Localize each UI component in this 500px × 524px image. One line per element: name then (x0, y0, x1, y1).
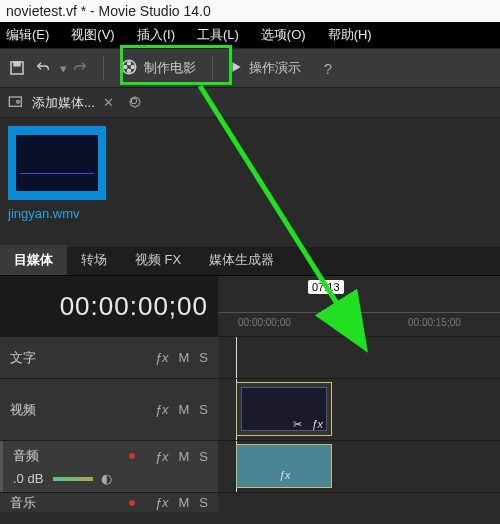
ruler-tick-label: 00:00:15;00 (408, 317, 461, 328)
menu-help[interactable]: 帮助(H) (328, 26, 372, 44)
demo-label: 操作演示 (249, 59, 301, 77)
track-fx-button[interactable]: ƒx (155, 449, 169, 464)
track-mute-button[interactable]: M (178, 495, 189, 510)
toolbar-separator (103, 56, 104, 80)
svg-point-6 (124, 65, 127, 68)
svg-point-4 (131, 65, 134, 68)
svg-point-3 (128, 61, 131, 64)
redo-icon[interactable] (69, 57, 91, 79)
menu-edit[interactable]: 编辑(E) (6, 26, 49, 44)
make-movie-label: 制作电影 (144, 59, 196, 77)
crop-icon[interactable]: ✂ (293, 418, 302, 430)
timeline-marker[interactable]: 07:13 (308, 280, 344, 294)
make-movie-button[interactable]: 制作电影 (112, 54, 204, 83)
save-icon[interactable] (6, 57, 28, 79)
svg-marker-7 (233, 62, 241, 71)
tab-transitions[interactable]: 转场 (67, 245, 121, 275)
clip-fx-icon[interactable]: ƒx (311, 418, 323, 430)
ruler-area[interactable]: 07:13 00:00:00;00 00:00:15;00 (218, 276, 500, 336)
help-icon[interactable]: ? (317, 57, 339, 79)
video-clip[interactable]: ✂ ƒx (236, 382, 332, 436)
timeline-ruler[interactable]: 00:00:00;00 00:00:15;00 (218, 312, 500, 328)
menu-view[interactable]: 视图(V) (71, 26, 114, 44)
svg-point-5 (128, 69, 131, 72)
gear-icon[interactable] (126, 93, 142, 112)
track-text: 文字 ƒx M S (0, 336, 500, 378)
menu-tools[interactable]: 工具(L) (197, 26, 239, 44)
track-body[interactable] (218, 337, 500, 378)
ruler-tick-label: 00:00:00;00 (238, 317, 291, 328)
timecode-display[interactable]: 00:00:00;00 (0, 276, 218, 336)
play-icon (229, 60, 243, 77)
record-icon[interactable] (129, 500, 135, 506)
track-solo-button[interactable]: S (199, 495, 208, 510)
clip-fx-icon[interactable]: ƒx (279, 469, 291, 481)
add-media-icon (8, 94, 26, 111)
menu-bar: 编辑(E) 视图(V) 插入(I) 工具(L) 选项(O) 帮助(H) (0, 22, 500, 48)
track-fx-button[interactable]: ƒx (155, 350, 169, 365)
record-icon[interactable] (129, 453, 135, 459)
window-title: novietest.vf * - Movie Studio 14.0 (6, 3, 211, 19)
media-subbar: 添加媒体... ✕ (0, 88, 500, 118)
menu-insert[interactable]: 插入(I) (137, 26, 175, 44)
playhead[interactable] (236, 337, 237, 378)
track-label: 音频 (13, 447, 39, 465)
media-pane: jingyan.wmv (0, 118, 500, 248)
track-label: 文字 (10, 349, 36, 367)
track-body[interactable]: ƒx (218, 441, 500, 492)
tab-project-media[interactable]: 目媒体 (0, 245, 67, 275)
close-icon[interactable]: ✕ (103, 95, 114, 110)
track-header[interactable]: 音乐 ƒx M S (0, 493, 218, 512)
track-fx-button[interactable]: ƒx (155, 495, 169, 510)
undo-icon[interactable] (32, 57, 54, 79)
menu-options[interactable]: 选项(O) (261, 26, 306, 44)
volume-meter (53, 477, 93, 481)
toolbar-separator (212, 56, 213, 80)
tab-video-fx[interactable]: 视频 FX (121, 245, 195, 275)
track-label: 音乐 (10, 494, 36, 512)
volume-label[interactable]: .0 dB (13, 471, 43, 486)
track-video: 视频 ƒx M S ✂ ƒx (0, 378, 500, 440)
track-body[interactable] (218, 493, 500, 512)
track-mute-button[interactable]: M (178, 350, 189, 365)
track-mute-button[interactable]: M (178, 402, 189, 417)
track-fx-button[interactable]: ƒx (155, 402, 169, 417)
track-audio: 音频 ƒx M S .0 dB ◐ ƒx (0, 440, 500, 492)
track-solo-button[interactable]: S (199, 402, 208, 417)
film-reel-icon (120, 58, 138, 79)
demo-button[interactable]: 操作演示 (221, 55, 309, 81)
track-music: 音乐 ƒx M S (0, 492, 500, 512)
add-media-button[interactable]: 添加媒体... (32, 94, 95, 112)
svg-rect-1 (14, 62, 20, 66)
media-thumbnail-label: jingyan.wmv (8, 206, 492, 221)
title-bar: novietest.vf * - Movie Studio 14.0 (0, 0, 500, 22)
track-solo-button[interactable]: S (199, 449, 208, 464)
svg-point-9 (17, 100, 20, 103)
track-solo-button[interactable]: S (199, 350, 208, 365)
undo-dropdown-icon[interactable]: ▾ (60, 61, 67, 76)
track-header[interactable]: 文字 ƒx M S (0, 337, 218, 378)
media-thumbnail[interactable] (8, 126, 106, 200)
track-header[interactable]: 音频 ƒx M S .0 dB ◐ (0, 441, 218, 492)
panel-tabs: 目媒体 转场 视频 FX 媒体生成器 (0, 248, 500, 276)
toolbar: ▾ 制作电影 操作演示 ? (0, 48, 500, 88)
pan-icon[interactable]: ◐ (101, 471, 112, 486)
timecode-row: 00:00:00;00 07:13 00:00:00;00 00:00:15;0… (0, 276, 500, 336)
track-mute-button[interactable]: M (178, 449, 189, 464)
tab-media-generators[interactable]: 媒体生成器 (195, 245, 288, 275)
audio-clip[interactable]: ƒx (236, 444, 332, 488)
track-body[interactable]: ✂ ƒx (218, 379, 500, 440)
track-header[interactable]: 视频 ƒx M S (0, 379, 218, 440)
track-label: 视频 (10, 401, 36, 419)
